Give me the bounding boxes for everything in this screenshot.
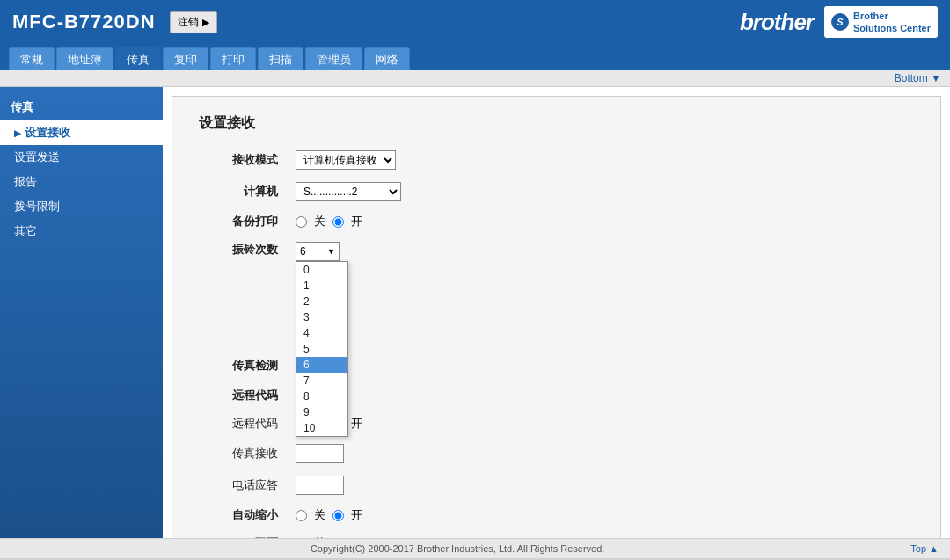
ring-count-select[interactable]: 6 ▼ [296,242,340,261]
backup-print-row: 备份打印 关 开 [199,214,914,229]
ring-option-0[interactable]: 0 [296,262,347,278]
sidebar-item-setup-receive[interactable]: ▶ 设置接收 [0,120,163,145]
phone-answer-control [296,476,344,495]
sidebar-section-fax: 传真 [0,94,163,120]
logout-button[interactable]: 注销 ▶ [170,11,217,33]
nav-bar: 常规 地址簿 传真 复印 打印 扫描 管理员 网络 [0,44,950,70]
header: MFC-B7720DN 注销 ▶ brother S Brother Solut… [0,0,950,44]
ring-option-5[interactable]: 5 [296,341,347,357]
ring-count-label: 振铃次数 [199,242,287,258]
receive-mode-select[interactable]: 计算机传真接收 [296,150,396,170]
solutions-label: Brother Solutions Center [853,10,931,35]
footer: Copyright(C) 2000-2017 Brother Industrie… [0,538,950,558]
receive-mode-control: 计算机传真接收 [296,150,396,170]
brother-logo: brother [740,9,814,36]
auto-reduce-off-radio[interactable] [296,510,307,521]
receive-mode-row: 接收模式 计算机传真接收 [199,150,914,170]
printer-model-title: MFC-B7720DN [12,11,156,33]
bottom-link[interactable]: Bottom ▼ [895,72,941,84]
main-layout: 传真 ▶ 设置接收 设置发送 报告 拨号限制 其它 设置接收 接收模式 计算 [0,87,950,538]
ring-count-row: 振铃次数 6 ▼ 0 1 2 3 4 [199,242,914,261]
computer-control: S..............2 [296,182,401,201]
ring-count-value: 6 [300,245,306,258]
fax-receive-input[interactable] [296,444,344,463]
sidebar: 传真 ▶ 设置接收 设置发送 报告 拨号限制 其它 [0,87,163,538]
tab-copy[interactable]: 复印 [163,47,208,70]
ring-count-dropdown-container: 6 ▼ 0 1 2 3 4 5 6 7 8 [296,242,340,261]
remote-code-label: 远程代码 [199,416,287,432]
tab-network[interactable]: 网络 [364,47,410,70]
duplex-on-radio[interactable] [332,538,344,539]
solutions-icon: S [831,13,849,31]
tab-normal[interactable]: 常规 [9,47,55,70]
ring-count-control: 6 ▼ 0 1 2 3 4 5 6 7 8 [296,242,340,261]
phone-answer-input[interactable] [296,476,344,495]
footer-text: Copyright(C) 2000-2017 Brother Industrie… [311,543,604,554]
backup-print-off-label: 关 [314,214,325,229]
backup-print-off-radio[interactable] [296,216,307,228]
solutions-center-button[interactable]: S Brother Solutions Center [824,6,938,39]
ring-option-2[interactable]: 2 [296,294,347,309]
auto-reduce-control: 关 开 [296,507,362,523]
backup-print-on-radio[interactable] [332,216,344,228]
active-arrow-icon: ▶ [14,128,21,138]
auto-reduce-label: 自动缩小 [199,507,287,523]
auto-reduce-row: 自动缩小 关 开 [199,507,914,523]
ring-count-options: 0 1 2 3 4 5 6 7 8 9 10 [296,261,348,437]
backup-print-on-label: 开 [351,214,362,229]
duplex-row: 双面 关 开 [199,535,914,538]
tab-fax[interactable]: 传真 [115,47,161,70]
header-right: brother S Brother Solutions Center [740,6,938,39]
computer-label: 计算机 [199,184,287,200]
auto-reduce-on-label: 开 [351,507,362,523]
topbar: Bottom ▼ [0,70,950,87]
fax-receive-label: 传真接收 [199,446,287,462]
duplex-on-label: 开 [351,535,362,538]
computer-row: 计算机 S..............2 [199,182,914,201]
duplex-control: 关 开 [296,535,362,538]
logout-label: 注销 [178,15,199,30]
ring-option-1[interactable]: 1 [296,278,347,294]
remote-code-on-label: 开 [351,416,362,432]
ring-option-6[interactable]: 6 [296,357,347,373]
ring-option-10[interactable]: 10 [296,420,347,436]
fax-detect-label: 传真检测 [199,358,287,374]
phone-answer-label: 电话应答 [199,477,287,493]
ring-option-3[interactable]: 3 [296,309,347,325]
fax-receive-row: 传真接收 [199,444,914,463]
ring-option-9[interactable]: 9 [296,404,347,420]
page-title: 设置接收 [199,114,914,133]
ring-option-7[interactable]: 7 [296,373,347,389]
sidebar-item-other[interactable]: 其它 [0,219,163,244]
ring-count-arrow-icon: ▼ [327,247,335,256]
sidebar-item-report[interactable]: 报告 [0,170,163,194]
backup-print-control: 关 开 [296,214,362,229]
logout-arrow-icon: ▶ [202,17,209,28]
sidebar-item-dial-restrict[interactable]: 拨号限制 [0,194,163,219]
backup-print-label: 备份打印 [199,214,287,229]
remote-code-section-label: 远程代码 [199,388,287,404]
computer-select[interactable]: S..............2 [296,182,401,201]
top-link[interactable]: Top ▲ [910,543,939,554]
auto-reduce-on-radio[interactable] [332,510,344,521]
tab-print[interactable]: 打印 [210,47,256,70]
duplex-label: 双面 [199,535,287,538]
auto-reduce-off-label: 关 [314,507,325,523]
content-area: 设置接收 接收模式 计算机传真接收 计算机 S..............2 [163,87,950,538]
duplex-off-radio[interactable] [296,538,307,539]
duplex-off-label: 关 [314,535,325,538]
ring-option-8[interactable]: 8 [296,389,347,404]
tab-addressbook[interactable]: 地址簿 [56,47,113,70]
tab-admin[interactable]: 管理员 [305,47,362,70]
content-inner: 设置接收 接收模式 计算机传真接收 计算机 S..............2 [172,96,941,538]
ring-option-4[interactable]: 4 [296,325,347,341]
sidebar-item-setup-send[interactable]: 设置发送 [0,145,163,170]
phone-answer-row: 电话应答 [199,476,914,495]
receive-mode-label: 接收模式 [199,152,287,168]
fax-receive-control [296,444,344,463]
tab-scan[interactable]: 扫描 [258,47,303,70]
